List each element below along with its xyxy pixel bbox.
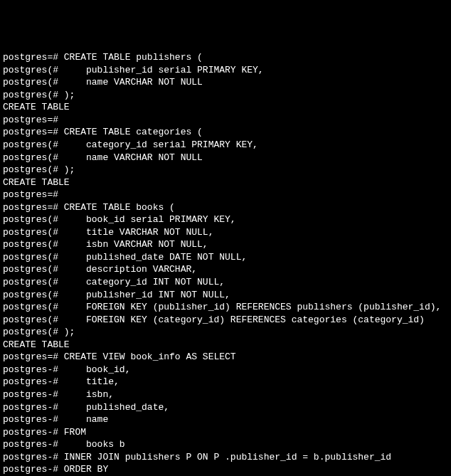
terminal-line: postgres(# );: [3, 89, 448, 102]
terminal-line: postgres(# FOREIGN KEY (category_id) REF…: [3, 314, 448, 327]
terminal-line: postgres-# INNER JOIN publishers P ON P …: [3, 451, 448, 464]
terminal-line: postgres(# title VARCHAR NOT NULL,: [3, 226, 448, 239]
terminal-line: postgres-# ORDER BY: [3, 463, 448, 476]
terminal-line: postgres=# CREATE VIEW book_info AS SELE…: [3, 351, 448, 364]
terminal-line: postgres(# publisher_id INT NOT NULL,: [3, 289, 448, 302]
terminal-line: postgres(# FOREIGN KEY (publisher_id) RE…: [3, 301, 448, 314]
terminal-line: postgres-# books b: [3, 438, 448, 451]
terminal-line: postgres-# name: [3, 413, 448, 426]
terminal-line: CREATE TABLE: [3, 101, 448, 114]
terminal-line: postgres=# CREATE TABLE publishers (: [3, 51, 448, 64]
terminal-line: postgres=# CREATE TABLE categories (: [3, 126, 448, 139]
terminal-line: postgres(# book_id serial PRIMARY KEY,: [3, 213, 448, 226]
terminal-line: postgres-# FROM: [3, 426, 448, 439]
terminal-line: postgres(# name VARCHAR NOT NULL: [3, 152, 448, 164]
terminal-line: postgres(# isbn VARCHAR NOT NULL,: [3, 238, 448, 251]
terminal-line: postgres(# );: [3, 164, 448, 176]
terminal-line: postgres(# );: [3, 326, 448, 339]
terminal-line: postgres(# description VARCHAR,: [3, 263, 448, 276]
terminal-output[interactable]: postgres=# CREATE TABLE publishers (post…: [3, 51, 448, 476]
terminal-line: postgres-# published_date,: [3, 401, 448, 414]
terminal-line: postgres(# publisher_id serial PRIMARY K…: [3, 64, 448, 77]
terminal-line: CREATE TABLE: [3, 176, 448, 189]
terminal-line: postgres(# category_id serial PRIMARY KE…: [3, 139, 448, 152]
terminal-line: postgres(# name VARCHAR NOT NULL: [3, 76, 448, 89]
terminal-line: postgres=# CREATE TABLE books (: [3, 201, 448, 214]
terminal-line: postgres(# category_id INT NOT NULL,: [3, 276, 448, 289]
terminal-line: postgres-# book_id,: [3, 364, 448, 376]
terminal-line: postgres=#: [3, 114, 448, 127]
terminal-line: postgres-# isbn,: [3, 388, 448, 401]
terminal-line: postgres(# published_date DATE NOT NULL,: [3, 251, 448, 264]
terminal-line: postgres-# title,: [3, 376, 448, 388]
terminal-line: postgres=#: [3, 189, 448, 201]
terminal-line: CREATE TABLE: [3, 339, 448, 351]
